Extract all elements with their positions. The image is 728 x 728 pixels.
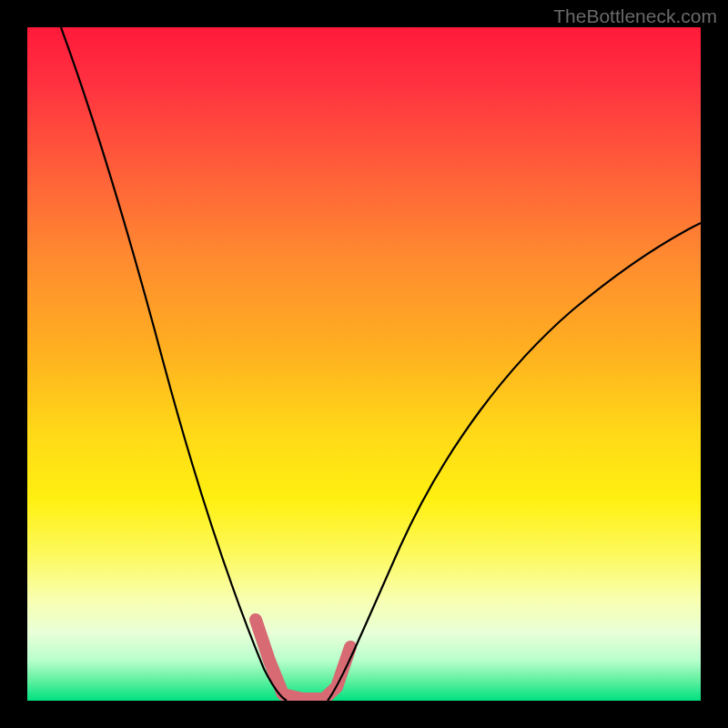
left-curve <box>61 27 287 701</box>
curve-overlay <box>27 27 701 701</box>
right-curve <box>328 223 701 701</box>
plot-area <box>27 27 701 701</box>
watermark-text: TheBottleneck.com <box>553 5 717 27</box>
